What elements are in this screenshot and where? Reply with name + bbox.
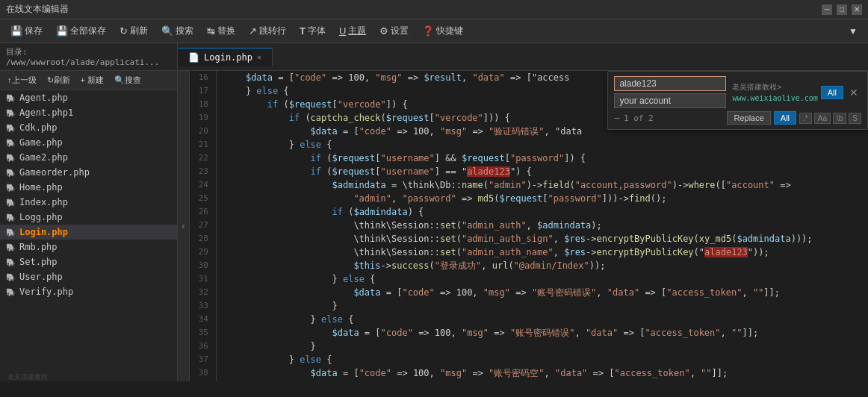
code-line: } <box>224 340 868 353</box>
line-number: 17 <box>194 84 208 98</box>
line-number: 25 <box>194 192 208 205</box>
s-button[interactable]: S <box>849 113 861 124</box>
title-bar: 在线文本编辑器 ─ □ ✕ <box>0 0 868 19</box>
regex-button[interactable]: .* <box>799 113 812 124</box>
replace-input[interactable] <box>614 93 726 108</box>
tab-breadcrumb-row: 目录: /www/wwwroot/alade/applicati... 📄 Lo… <box>0 43 868 71</box>
file-search-button[interactable]: 🔍搜查 <box>110 73 146 87</box>
hotkeys-icon: ❓ <box>422 25 434 37</box>
sidebar-item-loginphp[interactable]: 🐘Login.php <box>0 225 177 240</box>
line-number: 27 <box>194 219 208 232</box>
save-all-icon: 💾 <box>56 25 68 37</box>
code-line: } else { <box>224 313 868 326</box>
file-icon: 🐘 <box>6 288 15 296</box>
maximize-button[interactable]: □ <box>837 4 847 15</box>
line-number: 28 <box>194 232 208 246</box>
font-button[interactable]: T字体 <box>294 22 332 40</box>
code-line: \think\Session::set("admin_auth_name", $… <box>224 246 868 259</box>
editor-area[interactable]: 1617181920212223242526272829303132333435… <box>190 71 868 381</box>
collapse-sidebar-button[interactable]: ‹ <box>178 71 190 381</box>
code-line: "admin", "password" => md5($request["pas… <box>224 192 868 205</box>
new-file-button[interactable]: + 新建 <box>76 73 108 87</box>
file-icon: 🐘 <box>6 228 15 237</box>
sidebar-item-indexphp[interactable]: 🐘Index.php <box>0 195 177 210</box>
sidebar-item-agentphp[interactable]: 🐘Agent.php <box>0 90 177 105</box>
file-icon: 🐘 <box>6 184 15 192</box>
line-number: 24 <box>194 178 208 192</box>
goto-line-button[interactable]: ↗跳转行 <box>243 22 292 40</box>
goto-icon: ↗ <box>249 25 257 37</box>
search-button[interactable]: 🔍搜索 <box>155 22 199 40</box>
hotkeys-button[interactable]: ❓快捷键 <box>416 22 469 40</box>
code-line: } else { <box>224 272 868 286</box>
code-line: } <box>224 380 868 381</box>
sidebar-refresh-button[interactable]: ↻刷新 <box>43 73 75 87</box>
replace-buttons: Replace All .* Aa \b S <box>727 111 861 125</box>
sidebar-item-game2php[interactable]: 🐘Game2.php <box>0 150 177 165</box>
minus-btn[interactable]: ─ <box>614 113 619 123</box>
site-url: www.weixiaolive.com <box>732 94 817 102</box>
save-button[interactable]: 💾保存 <box>4 22 49 40</box>
file-icon: 🐘 <box>6 198 15 207</box>
sidebar-item-agentphp1[interactable]: 🐘Agent.php1 <box>0 105 177 120</box>
file-icon: 🐘 <box>6 258 15 266</box>
tab-close-button[interactable]: ✕ <box>257 53 261 61</box>
up-dir-button[interactable]: ↑上一级 <box>3 73 41 87</box>
sidebar: ↑上一级 ↻刷新 + 新建 🔍搜查 🐘Agent.php🐘Agent.php1🐘… <box>0 71 178 381</box>
find-all-button[interactable]: All <box>821 86 843 99</box>
find-row: 老吴搭建教程> www.weixiaolive.com All ✕ <box>614 76 861 108</box>
sidebar-item-gameorderphp[interactable]: 🐘Gameorder.php <box>0 165 177 180</box>
settings-button[interactable]: ⚙设置 <box>373 22 415 40</box>
refresh-button[interactable]: ↻刷新 <box>114 22 154 40</box>
code-line: $admindata = \think\Db::name("admin")->f… <box>224 178 868 192</box>
replace-button[interactable]: ↹替换 <box>201 22 241 40</box>
sidebar-item-gamephp[interactable]: 🐘Game.php <box>0 135 177 150</box>
file-icon: 🐘 <box>6 273 15 281</box>
line-number: 32 <box>194 286 208 299</box>
line-number: 29 <box>194 246 208 259</box>
theme-icon: U <box>339 25 346 37</box>
word-button[interactable]: \b <box>833 113 846 124</box>
find-close-button[interactable]: ✕ <box>846 87 861 99</box>
tab-icon: 📄 <box>188 52 199 63</box>
regex-options: .* Aa \b S <box>799 113 861 124</box>
minimize-button[interactable]: ─ <box>822 4 832 15</box>
expand-button[interactable]: ▼ <box>843 24 864 39</box>
line-number: 35 <box>194 326 208 340</box>
line-number: 22 <box>194 151 208 165</box>
code-line: if ($request["username"] == "alade123") … <box>224 165 868 178</box>
line-number: 26 <box>194 205 208 219</box>
sidebar-item-setphp[interactable]: 🐘Set.php <box>0 254 177 269</box>
sidebar-item-userphp[interactable]: 🐘User.php <box>0 269 177 284</box>
line-number: 34 <box>194 313 208 326</box>
font-icon: T <box>300 25 306 37</box>
find-inputs <box>614 76 726 108</box>
line-numbers: 1617181920212223242526272829303132333435… <box>190 71 217 381</box>
sidebar-item-cdkphp[interactable]: 🐘Cdk.php <box>0 120 177 135</box>
save-all-button[interactable]: 💾全部保存 <box>50 22 112 40</box>
close-button[interactable]: ✕ <box>852 4 862 15</box>
line-number: 36 <box>194 340 208 353</box>
code-line: if ($request["username"] && $request["pa… <box>224 151 868 165</box>
case-button[interactable]: Aa <box>814 113 831 124</box>
sidebar-item-homephp[interactable]: 🐘Home.php <box>0 180 177 195</box>
line-number: 33 <box>194 299 208 313</box>
find-replace-panel: 老吴搭建教程> www.weixiaolive.com All ✕ ─ 1 of… <box>607 71 868 130</box>
code-line: \think\Session::set("admin_auth", $admin… <box>224 219 868 232</box>
site-label: 老吴搭建教程> <box>732 82 817 93</box>
replace-all-button[interactable]: All <box>774 111 796 125</box>
replace-button[interactable]: Replace <box>727 111 770 125</box>
window-controls: ─ □ ✕ <box>822 4 862 15</box>
sidebar-item-verifyphp[interactable]: 🐘Verify.php <box>0 284 177 299</box>
sidebar-item-rmbphp[interactable]: 🐘Rmb.php <box>0 240 177 254</box>
sidebar-item-loggphp[interactable]: 🐘Logg.php <box>0 210 177 225</box>
line-number: 16 <box>194 71 208 84</box>
search-row <box>614 76 726 91</box>
line-number: 20 <box>194 125 208 138</box>
line-number: 38 <box>194 366 208 380</box>
replace-row <box>614 93 726 108</box>
tab-login-php[interactable]: 📄 Login.php ✕ <box>178 48 273 66</box>
theme-button[interactable]: U主题 <box>333 22 372 40</box>
search-input[interactable] <box>614 76 726 91</box>
sidebar-actions: ↑上一级 ↻刷新 + 新建 🔍搜查 <box>0 71 177 90</box>
